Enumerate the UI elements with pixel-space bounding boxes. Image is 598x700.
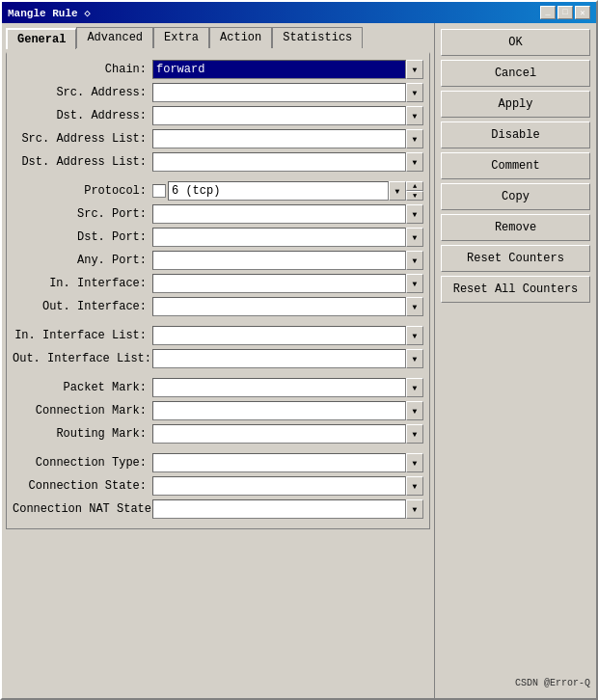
in-interface-input-wrapper: ▼ — [152, 274, 423, 293]
src-address-dropdown-btn[interactable]: ▼ — [406, 83, 423, 102]
dst-port-input[interactable] — [152, 228, 406, 247]
out-interface-label: Out. Interface: — [13, 300, 152, 313]
in-interface-list-dropdown-btn[interactable]: ▼ — [406, 326, 423, 345]
dst-port-row: Dst. Port: ▼ — [13, 228, 423, 247]
in-interface-row: In. Interface: ▼ — [13, 274, 423, 293]
connection-mark-dropdown-btn[interactable]: ▼ — [406, 401, 423, 420]
connection-nat-state-input[interactable] — [152, 499, 406, 519]
out-interface-dropdown-btn[interactable]: ▼ — [406, 297, 423, 316]
ok-button[interactable]: OK — [441, 29, 590, 56]
remove-button[interactable]: Remove — [441, 214, 590, 241]
src-port-row: Src. Port: ▼ — [13, 204, 423, 224]
tabs: General Advanced Extra Action Statistics — [6, 27, 430, 48]
routing-mark-row: Routing Mark: ▼ — [13, 424, 423, 444]
dst-address-list-label: Dst. Address List: — [13, 155, 152, 169]
src-address-list-dropdown-btn[interactable]: ▼ — [406, 129, 423, 148]
tab-extra[interactable]: Extra — [153, 27, 209, 48]
chain-label: Chain: — [13, 63, 152, 76]
out-interface-list-dropdown-btn[interactable]: ▼ — [406, 349, 423, 368]
tab-general[interactable]: General — [6, 28, 76, 49]
tab-action[interactable]: Action — [209, 27, 272, 48]
routing-mark-dropdown-btn[interactable]: ▼ — [406, 424, 423, 444]
cancel-button[interactable]: Cancel — [441, 60, 590, 87]
disable-button[interactable]: Disable — [441, 121, 590, 148]
protocol-scroll-up[interactable]: ▲ — [406, 181, 423, 191]
in-interface-dropdown-btn[interactable]: ▼ — [406, 274, 423, 293]
out-interface-list-input[interactable] — [152, 349, 406, 368]
comment-button[interactable]: Comment — [441, 152, 590, 179]
close-button[interactable]: ✕ — [575, 6, 590, 19]
src-port-label: Src. Port: — [13, 207, 152, 221]
dst-port-dropdown-btn[interactable]: ▼ — [406, 228, 423, 247]
any-port-label: Any. Port: — [13, 254, 152, 267]
routing-mark-input[interactable] — [152, 424, 406, 444]
in-interface-label: In. Interface: — [13, 277, 152, 290]
copy-button[interactable]: Copy — [441, 183, 590, 210]
connection-type-dropdown-btn[interactable]: ▼ — [406, 453, 423, 472]
dst-address-list-row: Dst. Address List: ▼ — [13, 152, 423, 172]
minimize-button[interactable]: _ — [540, 6, 556, 19]
dst-address-list-dropdown-btn[interactable]: ▼ — [406, 152, 423, 172]
connection-type-input[interactable] — [152, 453, 406, 472]
left-panel: General Advanced Extra Action Statistics… — [2, 23, 434, 698]
protocol-input[interactable] — [168, 181, 389, 201]
chain-row: Chain: ▼ — [13, 60, 423, 79]
any-port-dropdown-btn[interactable]: ▼ — [406, 251, 423, 270]
any-port-input[interactable] — [152, 251, 406, 270]
window-title: Mangle Rule ◇ — [8, 7, 91, 19]
packet-mark-label: Packet Mark: — [13, 381, 152, 394]
in-interface-list-label: In. Interface List: — [13, 329, 152, 342]
dst-address-input[interactable] — [152, 106, 406, 125]
in-interface-list-input-wrapper: ▼ — [152, 326, 423, 345]
protocol-scroll-btns: ▲ ▼ — [406, 181, 423, 201]
connection-type-label: Connection Type: — [13, 456, 152, 470]
src-address-input[interactable] — [152, 83, 406, 102]
packet-mark-row: Packet Mark: ▼ — [13, 378, 423, 397]
dst-address-dropdown-btn[interactable]: ▼ — [406, 106, 423, 125]
connection-mark-label: Connection Mark: — [13, 404, 152, 417]
out-interface-list-input-wrapper: ▼ — [152, 349, 423, 368]
dst-address-list-input[interactable] — [152, 152, 406, 172]
routing-mark-label: Routing Mark: — [13, 427, 152, 441]
title-bar: Mangle Rule ◇ _ □ ✕ — [2, 2, 596, 23]
connection-type-row: Connection Type: ▼ — [13, 453, 423, 472]
connection-mark-input[interactable] — [152, 401, 406, 420]
connection-state-dropdown-btn[interactable]: ▼ — [406, 476, 423, 496]
reset-all-counters-button[interactable]: Reset All Counters — [441, 276, 590, 303]
maximize-button[interactable]: □ — [557, 6, 573, 19]
src-address-list-input[interactable] — [152, 129, 406, 148]
in-interface-list-input[interactable] — [152, 326, 406, 345]
protocol-checkbox[interactable] — [152, 184, 166, 198]
protocol-dropdown-btn[interactable]: ▼ — [389, 181, 406, 201]
protocol-input-wrapper: ▼ ▲ ▼ — [152, 181, 423, 201]
reset-counters-button[interactable]: Reset Counters — [441, 245, 590, 272]
src-address-list-label: Src. Address List: — [13, 132, 152, 146]
connection-type-input-wrapper: ▼ — [152, 453, 423, 472]
src-port-dropdown-btn[interactable]: ▼ — [406, 204, 423, 224]
src-address-row: Src. Address: ▼ — [13, 83, 423, 102]
tab-advanced[interactable]: Advanced — [76, 27, 153, 48]
connection-state-input[interactable] — [152, 476, 406, 496]
chain-input[interactable] — [152, 60, 406, 79]
dst-address-row: Dst. Address: ▼ — [13, 106, 423, 125]
protocol-scroll-down[interactable]: ▼ — [406, 191, 423, 201]
connection-nat-state-dropdown-btn[interactable]: ▼ — [406, 499, 423, 519]
form-area: Chain: ▼ Src. Address: ▼ Dst. — [6, 52, 430, 529]
packet-mark-input[interactable] — [152, 378, 406, 397]
any-port-input-wrapper: ▼ — [152, 251, 423, 270]
right-panel: OK Cancel Apply Disable Comment Copy Rem… — [434, 23, 596, 698]
chain-dropdown-btn[interactable]: ▼ — [406, 60, 423, 79]
content-area: General Advanced Extra Action Statistics… — [2, 23, 596, 698]
any-port-row: Any. Port: ▼ — [13, 251, 423, 270]
out-interface-list-label: Out. Interface List: — [13, 352, 152, 365]
in-interface-input[interactable] — [152, 274, 406, 293]
status-bar-text: CSDN @Error-Q — [515, 678, 590, 688]
packet-mark-input-wrapper: ▼ — [152, 378, 423, 397]
connection-state-row: Connection State: ▼ — [13, 476, 423, 496]
src-port-input[interactable] — [152, 204, 406, 224]
tab-statistics[interactable]: Statistics — [272, 27, 363, 48]
connection-nat-state-row: Connection NAT State: ▼ — [13, 499, 423, 519]
packet-mark-dropdown-btn[interactable]: ▼ — [406, 378, 423, 397]
out-interface-input[interactable] — [152, 297, 406, 316]
apply-button[interactable]: Apply — [441, 91, 590, 118]
